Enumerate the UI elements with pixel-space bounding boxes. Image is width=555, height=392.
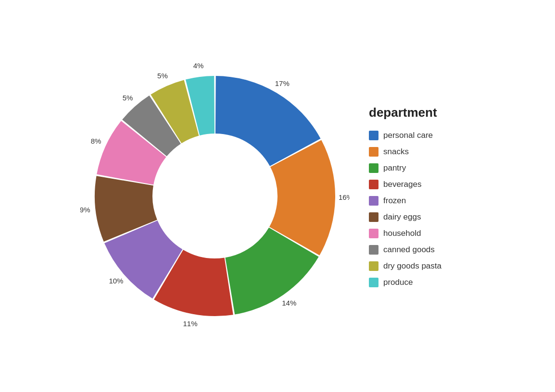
legend-color-produce — [369, 278, 378, 287]
legend-item-snacks: snacks — [369, 147, 475, 157]
legend-label-dairy_eggs: dairy eggs — [383, 212, 421, 222]
chart-container: 17%16%14%11%10%9%8%5%5%4% department per… — [13, 9, 542, 383]
legend-item-beverages: beverages — [369, 180, 475, 189]
legend-item-pantry: pantry — [369, 163, 475, 173]
legend-label-pantry: pantry — [383, 163, 406, 173]
label-beverages: 11% — [183, 319, 198, 328]
label-pantry: 14% — [282, 299, 296, 307]
legend-color-dairy_eggs — [369, 212, 378, 222]
label-canned_goods: 5% — [123, 94, 133, 102]
legend-item-household: household — [369, 229, 475, 238]
legend-color-beverages — [369, 180, 378, 189]
legend-item-personal_care: personal care — [369, 131, 475, 140]
legend-item-dry_goods_pasta: dry goods pasta — [369, 261, 475, 271]
legend-label-canned_goods: canned goods — [383, 245, 435, 255]
chart-legend: department personal caresnackspantrybeve… — [369, 105, 475, 287]
legend-color-snacks — [369, 147, 378, 157]
label-snacks: 16% — [339, 193, 350, 201]
legend-color-canned_goods — [369, 245, 378, 255]
donut-chart: 17%16%14%11%10%9%8%5%5%4% — [80, 61, 350, 331]
legend-label-frozen: frozen — [383, 196, 406, 206]
label-produce: 4% — [193, 61, 204, 70]
legend-label-dry_goods_pasta: dry goods pasta — [383, 261, 441, 271]
legend-label-beverages: beverages — [383, 180, 421, 189]
legend-item-produce: produce — [369, 278, 475, 287]
legend-color-household — [369, 229, 378, 238]
legend-color-frozen — [369, 196, 378, 206]
legend-label-snacks: snacks — [383, 147, 409, 157]
legend-label-personal_care: personal care — [383, 131, 433, 140]
legend-color-personal_care — [369, 131, 378, 140]
label-dry_goods_pasta: 5% — [157, 72, 168, 80]
legend-title: department — [369, 105, 475, 120]
legend-item-canned_goods: canned goods — [369, 245, 475, 255]
legend-item-dairy_eggs: dairy eggs — [369, 212, 475, 222]
label-frozen: 10% — [109, 277, 123, 285]
legend-label-household: household — [383, 229, 421, 238]
legend-label-produce: produce — [383, 278, 413, 287]
label-household: 8% — [91, 137, 101, 145]
legend-color-dry_goods_pasta — [369, 261, 378, 271]
legend-color-pantry — [369, 163, 378, 173]
label-dairy_eggs: 9% — [80, 206, 90, 214]
legend-item-frozen: frozen — [369, 196, 475, 206]
label-personal_care: 17% — [275, 79, 290, 87]
